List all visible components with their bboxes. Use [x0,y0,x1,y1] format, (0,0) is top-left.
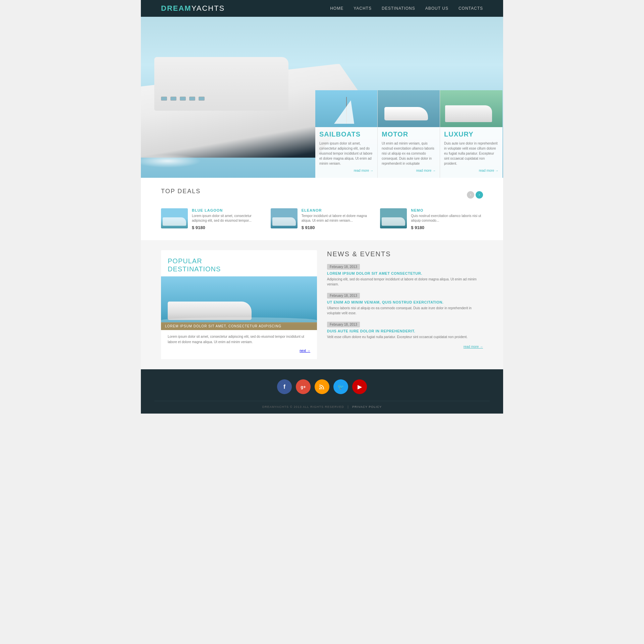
deal-name-1: BLUE LAGOON [192,208,264,212]
luxury-image [440,90,502,127]
destinations-next-link[interactable]: next → [300,349,310,353]
motor-title: MOTOR [382,130,436,138]
news-events-col: NEWS & EVENTS February 18, 2013 LOREM IP… [327,250,483,359]
nav-destinations[interactable]: DESTINATIONS [382,6,415,11]
nav-about[interactable]: ABOUT US [425,6,448,11]
destinations-overlay: LOREM IPSUM DOLOR SIT AMET, CONSECTETUR … [161,322,317,330]
deals-next-button[interactable]: › [476,191,483,199]
motor-readmore[interactable]: read more → [382,169,436,172]
deal-name-3: NEMO [411,208,483,212]
news-item-3: February 18, 2013 DUIS AUTE IURE DOLOR I… [327,321,483,339]
two-col-section: POPULAR DESTINATIONS LOREM IPSUM DOLOR S… [141,240,503,369]
news-date-2: February 18, 2013 [327,293,360,299]
destinations-image: LOREM IPSUM DOLOR SIT AMET, CONSECTETUR … [161,276,317,330]
category-luxury: LUXURY Duis aute iure dolor in reprehend… [440,90,502,178]
news-date-1: February 18, 2013 [327,264,360,270]
svg-point-0 [319,388,321,389]
news-title: NEWS & EVENTS [327,250,483,258]
sailboats-text: Lorem ipsum dolor sit amet, consectetur … [319,141,373,166]
footer-divider [154,401,490,401]
main-nav: HOME YACHTS DESTINATIONS ABOUT US CONTAC… [330,6,483,11]
news-item-2: February 18, 2013 UT ENIM AD MINIM VENIA… [327,292,483,316]
facebook-icon[interactable]: f [277,379,292,394]
category-sailboats: SAILBOATS Lorem ipsum dolor sit amet, co… [315,90,378,178]
copyright-text: DREAMYACHTS © 2013 ALL RIGHTS RESERVED [262,405,344,409]
nav-yachts[interactable]: YACHTS [354,6,372,11]
news-item-text-2: Ullamco laboris nisi ut aliquip ex ea co… [327,306,483,316]
deals-nav-arrows: ‹ › [467,191,483,199]
yacht-superstructure [154,57,288,111]
footer-copyright: DREAMYACHTS © 2013 ALL RIGHTS RESERVED |… [141,405,503,409]
sailboats-image [315,90,377,127]
rss-icon[interactable] [315,379,329,394]
category-cards: SAILBOATS Lorem ipsum dolor sit amet, co… [315,90,503,178]
destinations-title-text: POPULAR DESTINATIONS [168,257,221,273]
deal-item-2: ELEANOR Tempor incididunt ut labore et d… [271,208,374,230]
site-header: DREAMYACHTS HOME YACHTS DESTINATIONS ABO… [141,0,503,17]
deal-info-2: ELEANOR Tempor incididunt ut labore et d… [302,208,374,230]
deal-desc-3: Quis nostrud exercitation ullamco labori… [411,214,483,223]
deal-info-3: NEMO Quis nostrud exercitation ullamco l… [411,208,483,230]
deal-thumb-3 [380,208,407,228]
news-item-title-2[interactable]: UT ENIM AD MINIM VENIAM, QUIS NOSTRUD EX… [327,300,483,304]
motor-image [378,90,440,127]
news-item-title-3[interactable]: DUIS AUTE IURE DOLOR IN REPREHENDERIT. [327,329,483,333]
yacht-windows [161,97,205,101]
sailboats-readmore[interactable]: read more → [319,169,373,172]
deal-thumb-1 [161,208,188,228]
nav-contacts[interactable]: CONTACTS [459,6,483,11]
nav-home[interactable]: HOME [330,6,343,11]
destinations-card: POPULAR DESTINATIONS LOREM IPSUM DOLOR S… [161,250,317,359]
yacht-spray [141,154,201,168]
luxury-text: Duis aute iure dolor in reprehenderit in… [444,141,498,166]
twitter-icon[interactable]: 🐦 [333,379,348,394]
deal-price-3: $ 9180 [411,225,483,230]
destinations-next: next → [161,349,317,353]
destinations-text: Lorem ipsum dolor sit amet, consectetur … [161,330,317,349]
news-item-title-1[interactable]: LOREM IPSUM DOLOR SIT AMET CONSECTETUR. [327,271,483,275]
news-date-3: February 18, 2013 [327,322,360,327]
sailboats-title: SAILBOATS [319,130,373,138]
deal-desc-1: Lorem ipsum dolor sit amet, consectetur … [192,214,264,223]
deal-price-2: $ 9180 [302,225,374,230]
luxury-title: LUXURY [444,130,498,138]
deal-desc-2: Tempor incididunt ut labore et dolore ma… [302,214,374,223]
logo-dream: DREAM [161,4,192,12]
deal-item-3: NEMO Quis nostrud exercitation ullamco l… [380,208,483,230]
deal-info-1: BLUE LAGOON Lorem ipsum dolor sit amet, … [192,208,264,230]
destinations-header: POPULAR DESTINATIONS [161,250,317,276]
logo-yachts: YACHTS [192,4,225,12]
googleplus-icon[interactable]: g+ [296,379,311,394]
deal-name-2: ELEANOR [302,208,374,212]
deal-item-1: BLUE LAGOON Lorem ipsum dolor sit amet, … [161,208,264,230]
site-logo: DREAMYACHTS [161,4,225,13]
top-deals-title: TOP DEALS [161,188,201,195]
news-item-1: February 18, 2013 LOREM IPSUM DOLOR SIT … [327,263,483,287]
hero-section: SAILBOATS Lorem ipsum dolor sit amet, co… [141,17,503,178]
site-footer: f g+ 🐦 ▶ DREAMYACHTS © 2013 ALL RIGHTS R… [141,369,503,414]
deals-grid: BLUE LAGOON Lorem ipsum dolor sit amet, … [161,208,483,230]
news-readmore-link[interactable]: read more → [327,345,483,348]
youtube-icon[interactable]: ▶ [352,379,367,394]
deal-price-1: $ 9180 [192,225,264,230]
top-deals-section: TOP DEALS ‹ › BLUE LAGOON Lorem ipsum do… [141,178,503,240]
news-item-text-1: Adipiscing elit, sed do eiusmod tempor i… [327,277,483,287]
news-item-text-3: Velit esse cillum dolore eu fugiat nulla… [327,334,483,339]
deals-prev-button[interactable]: ‹ [467,191,474,199]
privacy-policy-link[interactable]: PRIVACY POLICY [352,405,382,409]
luxury-readmore[interactable]: read more → [444,169,498,172]
deal-thumb-2 [271,208,298,228]
social-icons-row: f g+ 🐦 ▶ [141,379,503,394]
category-motor: MOTOR Ut enim ad minim veniam, quis nost… [378,90,440,178]
motor-text: Ut enim ad minim veniam, quis nostrud ex… [382,141,436,166]
destinations-title: POPULAR DESTINATIONS [168,257,310,273]
